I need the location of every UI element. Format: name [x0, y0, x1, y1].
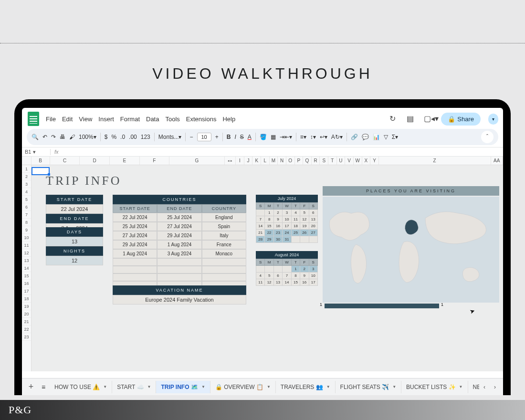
sheet-tab[interactable]: START ☁️▼	[112, 381, 156, 393]
row-8[interactable]: 8	[22, 219, 31, 226]
sheet-tab[interactable]: FLIGHT SEATS ✈️▼	[336, 381, 402, 393]
undo-icon[interactable]: ↶	[42, 134, 47, 140]
countries-cell[interactable]: 25 Jul 2024	[157, 213, 201, 222]
row-7[interactable]: 7	[22, 211, 31, 219]
col-U[interactable]: U	[337, 157, 346, 165]
cal-day[interactable]: 11	[291, 216, 300, 223]
start-date-value[interactable]: 22 Jul 2024	[46, 204, 103, 214]
valign-icon[interactable]: ↕▾	[310, 134, 316, 140]
sheet-tab[interactable]: TRAVELERS 👥▼	[276, 381, 336, 393]
tab-dropdown-icon[interactable]: ▼	[392, 385, 396, 389]
cal-day[interactable]: 29	[265, 236, 273, 243]
cal-day[interactable]: 12	[265, 279, 273, 286]
col-K[interactable]: K	[252, 157, 261, 165]
col-X[interactable]: X	[362, 157, 371, 165]
cal-day[interactable]: 24	[283, 230, 291, 236]
cal-day[interactable]: 23	[273, 230, 282, 236]
countries-cell-empty[interactable]	[202, 273, 246, 281]
cal-day[interactable]: 30	[273, 236, 282, 243]
countries-cell[interactable]: 1 Aug 2024	[113, 249, 157, 258]
filter-icon[interactable]: ▽	[384, 134, 388, 140]
cal-day[interactable]: 10	[283, 216, 291, 223]
row-19[interactable]: 19	[22, 303, 31, 310]
menu-edit[interactable]: Edit	[62, 116, 73, 123]
cal-day[interactable]: 10	[309, 273, 317, 279]
cal-day[interactable]: 28	[256, 236, 265, 243]
col-T[interactable]: T	[328, 157, 337, 165]
share-button[interactable]: 🔒 Share	[441, 113, 481, 126]
countries-cell-empty[interactable]	[113, 258, 157, 266]
font-size-input[interactable]: 10	[197, 133, 211, 141]
percent-icon[interactable]: %	[111, 134, 116, 140]
cal-day[interactable]: 4	[291, 210, 300, 216]
cal-day[interactable]: 6	[273, 273, 282, 279]
bold-icon[interactable]: B	[227, 134, 231, 140]
rotate-icon[interactable]: A↻▾	[331, 134, 343, 140]
col-split[interactable]: ◂ ▸	[225, 157, 236, 165]
sheets-icon[interactable]	[28, 112, 39, 126]
tab-dropdown-icon[interactable]: ▼	[147, 385, 151, 389]
cal-day[interactable]: 4	[256, 273, 265, 279]
row-13[interactable]: 13	[22, 257, 31, 264]
col-G[interactable]: G	[169, 157, 224, 165]
col-W[interactable]: W	[354, 157, 362, 165]
row-2[interactable]: 2	[22, 173, 31, 180]
cal-day[interactable]: 2	[300, 266, 309, 273]
halign-icon[interactable]: ≡▾	[300, 134, 306, 140]
all-sheets-button[interactable]: ≡	[37, 383, 50, 391]
countries-cell[interactable]: 27 Jul 2024	[113, 231, 157, 240]
cal-day[interactable]: 7	[283, 273, 291, 279]
functions-icon[interactable]: Σ▾	[392, 134, 398, 140]
increase-decimal-icon[interactable]: .00	[129, 134, 137, 140]
col-F[interactable]: F	[140, 157, 170, 165]
cal-day[interactable]: 7	[256, 216, 265, 223]
cal-day[interactable]: 12	[300, 216, 309, 223]
meet-icon[interactable]: ▢◂▾	[424, 114, 433, 124]
countries-cell[interactable]: 1 Aug 2024	[157, 240, 201, 249]
row-12[interactable]: 12	[22, 249, 31, 257]
row-headers[interactable]: 1234567891011121314151617181920212223	[22, 165, 32, 371]
row-11[interactable]: 11	[22, 242, 31, 249]
col-P[interactable]: P	[295, 157, 304, 165]
fill-color-icon[interactable]: 🪣	[260, 134, 267, 140]
cal-day[interactable]: 6	[309, 210, 317, 216]
increase-font-icon[interactable]: +	[215, 134, 219, 140]
cal-day[interactable]: 25	[291, 230, 300, 236]
insert-comment-icon[interactable]: 💬	[362, 134, 369, 140]
countries-cell-empty[interactable]	[157, 258, 201, 266]
tab-dropdown-icon[interactable]: ▼	[267, 385, 271, 389]
cal-day[interactable]: 1	[265, 210, 273, 216]
countries-cell[interactable]: 22 Jul 2024	[113, 213, 157, 222]
cal-day[interactable]: 8	[291, 273, 300, 279]
cal-day[interactable]	[283, 266, 291, 273]
column-headers[interactable]: BCDEFG◂ ▸IJKLMNOPQRSTUVWXYZAA	[22, 157, 503, 165]
countries-cell[interactable]: England	[202, 213, 246, 222]
row-15[interactable]: 15	[22, 272, 31, 280]
col-L[interactable]: L	[261, 157, 270, 165]
row-23[interactable]: 23	[22, 333, 31, 341]
col-M[interactable]: M	[270, 157, 278, 165]
row-5[interactable]: 5	[22, 196, 31, 203]
countries-cell[interactable]: Italy	[202, 231, 246, 240]
scroll-tabs-left[interactable]: ‹	[479, 382, 490, 392]
col-C[interactable]: C	[50, 157, 80, 165]
paint-format-icon[interactable]: 🖌	[69, 134, 75, 140]
sheet-tab[interactable]: TRIP INFO 🗺️▼	[156, 381, 210, 393]
row-21[interactable]: 21	[22, 318, 31, 326]
sheet-canvas[interactable]: TRIP INFO START DATE 22 Jul 2024 END DAT…	[32, 165, 503, 371]
cal-day[interactable]: 17	[309, 279, 317, 286]
col-R[interactable]: R	[312, 157, 320, 165]
cal-day[interactable]: 16	[273, 223, 282, 230]
col-B[interactable]: B	[32, 157, 50, 165]
col-Z[interactable]: Z	[379, 157, 491, 165]
cal-day[interactable]: 9	[300, 273, 309, 279]
row-1[interactable]: 1	[22, 165, 31, 173]
cal-day[interactable]: 8	[265, 216, 273, 223]
strike-icon[interactable]: S	[240, 134, 244, 140]
search-icon[interactable]: 🔍	[32, 134, 39, 140]
countries-cell-empty[interactable]	[113, 266, 157, 273]
menu-help[interactable]: Help	[222, 116, 235, 123]
cal-day[interactable]: 26	[300, 230, 309, 236]
cal-day[interactable]: 13	[273, 279, 282, 286]
cal-day[interactable]: 31	[283, 236, 291, 243]
